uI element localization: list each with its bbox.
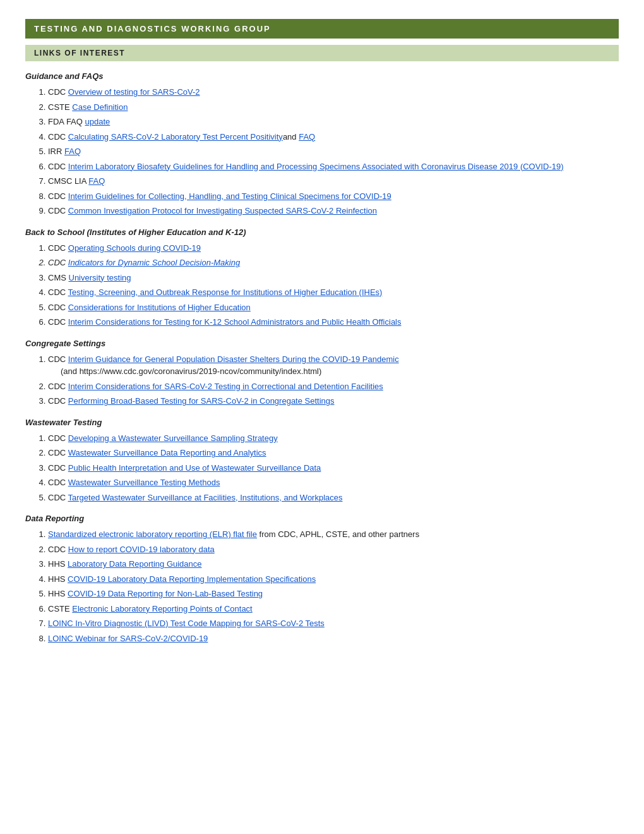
list-item: CSTE Case Definition [48,101,619,114]
list-item: LOINC In-Vitro Diagnostic (LIVD) Test Co… [48,617,619,630]
section-data-reporting: Data Reporting Standardized electronic l… [25,514,619,644]
link-elr-flat-file[interactable]: Standardized electronic laboratory repor… [48,529,257,539]
link-public-health-interpretation[interactable]: Public Health Interpretation and Use of … [68,463,321,473]
link-developing-wastewater[interactable]: Developing a Wastewater Surveillance Sam… [68,433,278,443]
link-wastewater-testing-methods[interactable]: Wastewater Surveillance Testing Methods [68,478,220,487]
link-irr-faq[interactable]: FAQ [64,147,81,156]
header-box: TESTING AND DIAGNOSTICS WORKING GROUP [25,19,619,39]
link-university-testing[interactable]: University testing [69,273,131,282]
link-overview-testing[interactable]: Overview of testing for SARS-CoV-2 [68,87,200,97]
link-targeted-wastewater[interactable]: Targeted Wastewater Surveillance at Faci… [68,493,343,502]
list-item: HHS Laboratory Data Reporting Guidance [48,558,619,571]
list-item: CDC Interim Considerations for SARS-CoV-… [48,380,619,393]
list-guidance: CDC Overview of testing for SARS-CoV-2 C… [25,86,619,217]
link-lab-data-reporting-guidance[interactable]: Laboratory Data Reporting Guidance [68,559,201,569]
link-electronic-lab-reporting[interactable]: Electronic Laboratory Reporting Points o… [72,604,252,613]
content-area: Guidance and FAQs CDC Overview of testin… [25,71,619,644]
list-item: CDC Testing, Screening, and Outbreak Res… [48,286,619,299]
list-item: CDC Wastewater Surveillance Testing Meth… [48,476,619,489]
note-url: (and https://www.cdc.gov/coronavirus/201… [61,365,619,378]
list-item: CDC Targeted Wastewater Surveillance at … [48,492,619,504]
link-indicators-dynamic[interactable]: Indicators for Dynamic School Decision-M… [68,258,240,267]
link-considerations-ihe[interactable]: Considerations for Institutions of Highe… [68,303,251,312]
list-item: CDC Interim Considerations for Testing f… [48,316,619,329]
list-data-reporting: Standardized electronic laboratory repor… [25,528,619,644]
section-guidance-faqs: Guidance and FAQs CDC Overview of testin… [25,71,619,217]
section-back-to-school: Back to School (Institutes of Higher Edu… [25,227,619,329]
list-item: CDC Overview of testing for SARS-CoV-2 [48,86,619,99]
link-covid19-non-lab[interactable]: COVID-19 Data Reporting for Non-Lab-Base… [68,589,263,598]
link-loinc-livd[interactable]: LOINC In-Vitro Diagnostic (LIVD) Test Co… [48,619,325,628]
header-title: TESTING AND DIAGNOSTICS WORKING GROUP [34,24,271,33]
link-loinc-webinar[interactable]: LOINC Webinar for SARS-CoV-2/COVID-19 [48,634,208,643]
section-title-congregate: Congregate Settings [25,339,619,348]
list-item: IRR FAQ [48,145,619,158]
link-fda-update[interactable]: update [85,117,110,126]
list-item: HHS COVID-19 Laboratory Data Reporting I… [48,573,619,586]
link-wastewater-data-reporting[interactable]: Wastewater Surveillance Data Reporting a… [68,448,266,457]
list-item: CDC Public Health Interpretation and Use… [48,462,619,474]
list-item: FDA FAQ update [48,116,619,128]
link-case-definition[interactable]: Case Definition [72,102,128,112]
link-biosafety[interactable]: Interim Laboratory Biosafety Guidelines … [68,162,564,171]
list-item: CDC Interim Guidance for General Populat… [48,353,619,378]
list-item: CDC How to report COVID-19 laboratory da… [48,543,619,556]
link-interim-k12[interactable]: Interim Considerations for Testing for K… [68,317,402,327]
section-title-guidance: Guidance and FAQs [25,71,619,81]
link-calculating-positivity[interactable]: Calculating SARS-CoV-2 Laboratory Test P… [68,132,283,142]
list-item: CDC Calculating SARS-CoV-2 Laboratory Te… [48,131,619,143]
list-item: CMS University testing [48,272,619,284]
link-faq-positivity[interactable]: FAQ [299,132,315,142]
list-item: CDC Considerations for Institutions of H… [48,301,619,314]
list-item: CDC Interim Guidelines for Collecting, H… [48,190,619,203]
list-item: CDC Common Investigation Protocol for In… [48,205,619,217]
list-item: CMSC LIA FAQ [48,175,619,188]
link-testing-screening-ihe[interactable]: Testing, Screening, and Outbreak Respons… [68,287,383,297]
list-item: HHS COVID-19 Data Reporting for Non-Lab-… [48,588,619,600]
list-item: CDC Performing Broad-Based Testing for S… [48,395,619,408]
list-item: CDC Wastewater Surveillance Data Reporti… [48,447,619,459]
link-disaster-shelters[interactable]: Interim Guidance for General Population … [68,354,399,364]
list-school: CDC Operating Schools during COVID-19 CD… [25,242,619,329]
link-covid19-lab-impl-specs[interactable]: COVID-19 Laboratory Data Reporting Imple… [68,574,316,584]
link-cmsc-faq[interactable]: FAQ [88,176,105,186]
subheader-box: LINKS OF INTEREST [25,45,619,61]
list-item: CDC Operating Schools during COVID-19 [48,242,619,255]
list-congregate: CDC Interim Guidance for General Populat… [25,353,619,408]
section-congregate: Congregate Settings CDC Interim Guidance… [25,339,619,408]
list-item: LOINC Webinar for SARS-CoV-2/COVID-19 [48,632,619,645]
list-item: Standardized electronic laboratory repor… [48,528,619,541]
section-title-wastewater: Wastewater Testing [25,418,619,427]
list-wastewater: CDC Developing a Wastewater Surveillance… [25,432,619,504]
link-common-investigation[interactable]: Common Investigation Protocol for Invest… [68,206,377,215]
link-interim-correctional[interactable]: Interim Considerations for SARS-CoV-2 Te… [68,382,383,391]
subheader-title: LINKS OF INTEREST [34,49,125,57]
list-item: CDC Developing a Wastewater Surveillance… [48,432,619,445]
link-interim-guidelines-collecting[interactable]: Interim Guidelines for Collecting, Handl… [68,191,391,201]
list-item: CSTE Electronic Laboratory Reporting Poi… [48,603,619,615]
list-item: CDC Interim Laboratory Biosafety Guideli… [48,160,619,173]
link-broad-based-testing[interactable]: Performing Broad-Based Testing for SARS-… [68,396,335,406]
section-title-school: Back to School (Institutes of Higher Edu… [25,227,619,237]
link-how-to-report[interactable]: How to report COVID-19 laboratory data [68,545,215,554]
list-item: CDC Indicators for Dynamic School Decisi… [48,257,619,269]
section-title-data-reporting: Data Reporting [25,514,619,523]
link-operating-schools[interactable]: Operating Schools during COVID-19 [68,243,201,253]
section-wastewater: Wastewater Testing CDC Developing a Wast… [25,418,619,504]
